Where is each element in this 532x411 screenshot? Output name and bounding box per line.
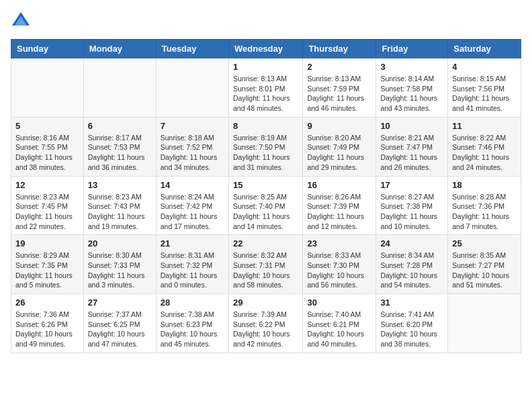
day-number: 4 (452, 62, 517, 72)
day-number: 22 (233, 238, 298, 248)
day-cell: 31Sunrise: 7:41 AM Sunset: 6:20 PM Dayli… (376, 294, 448, 353)
day-cell: 18Sunrise: 8:28 AM Sunset: 7:36 PM Dayli… (448, 176, 521, 235)
day-cell: 9Sunrise: 8:20 AM Sunset: 7:49 PM Daylig… (303, 117, 376, 176)
day-number: 24 (380, 238, 443, 248)
day-number: 28 (161, 298, 224, 308)
day-info: Sunrise: 8:23 AM Sunset: 7:45 PM Dayligh… (15, 192, 79, 232)
weekday-header-sunday: Sunday (11, 40, 84, 58)
day-number: 5 (15, 121, 79, 131)
weekday-header-wednesday: Wednesday (228, 40, 302, 58)
day-info: Sunrise: 7:38 AM Sunset: 6:23 PM Dayligh… (161, 310, 224, 349)
day-info: Sunrise: 7:39 AM Sunset: 6:22 PM Dayligh… (233, 310, 298, 349)
day-cell: 28Sunrise: 7:38 AM Sunset: 6:23 PM Dayli… (156, 294, 228, 353)
day-cell: 26Sunrise: 7:36 AM Sunset: 6:26 PM Dayli… (11, 294, 84, 353)
day-info: Sunrise: 8:16 AM Sunset: 7:55 PM Dayligh… (15, 133, 79, 173)
day-cell: 20Sunrise: 8:30 AM Sunset: 7:33 PM Dayli… (83, 235, 156, 294)
day-cell: 8Sunrise: 8:19 AM Sunset: 7:50 PM Daylig… (228, 117, 302, 176)
week-row-2: 12Sunrise: 8:23 AM Sunset: 7:45 PM Dayli… (11, 176, 521, 235)
day-cell: 2Sunrise: 8:13 AM Sunset: 7:59 PM Daylig… (303, 58, 376, 118)
day-cell: 6Sunrise: 8:17 AM Sunset: 7:53 PM Daylig… (83, 117, 156, 176)
day-info: Sunrise: 8:17 AM Sunset: 7:53 PM Dayligh… (88, 133, 152, 173)
day-cell: 10Sunrise: 8:21 AM Sunset: 7:47 PM Dayli… (376, 117, 448, 176)
day-number: 29 (233, 298, 298, 308)
weekday-header-row: SundayMondayTuesdayWednesdayThursdayFrid… (11, 40, 521, 58)
weekday-header-thursday: Thursday (303, 40, 376, 58)
day-number: 16 (307, 180, 371, 190)
day-cell: 14Sunrise: 8:24 AM Sunset: 7:42 PM Dayli… (156, 176, 228, 235)
day-cell: 19Sunrise: 8:29 AM Sunset: 7:35 PM Dayli… (11, 235, 84, 294)
day-info: Sunrise: 8:32 AM Sunset: 7:31 PM Dayligh… (233, 250, 298, 290)
day-number: 27 (88, 298, 152, 308)
day-cell: 17Sunrise: 8:27 AM Sunset: 7:38 PM Dayli… (376, 176, 448, 235)
day-number: 1 (233, 62, 298, 72)
day-info: Sunrise: 8:21 AM Sunset: 7:47 PM Dayligh… (380, 133, 443, 173)
day-cell: 5Sunrise: 8:16 AM Sunset: 7:55 PM Daylig… (11, 117, 84, 176)
day-info: Sunrise: 8:18 AM Sunset: 7:52 PM Dayligh… (161, 133, 224, 173)
day-cell: 4Sunrise: 8:15 AM Sunset: 7:56 PM Daylig… (448, 58, 521, 118)
day-info: Sunrise: 8:13 AM Sunset: 7:59 PM Dayligh… (307, 74, 371, 113)
day-cell: 3Sunrise: 8:14 AM Sunset: 7:58 PM Daylig… (376, 58, 448, 118)
day-info: Sunrise: 7:37 AM Sunset: 6:25 PM Dayligh… (88, 310, 152, 349)
logo-icon (11, 11, 31, 31)
day-number: 20 (88, 238, 152, 248)
day-info: Sunrise: 8:35 AM Sunset: 7:27 PM Dayligh… (452, 250, 517, 290)
day-number: 10 (380, 121, 443, 131)
day-info: Sunrise: 8:27 AM Sunset: 7:38 PM Dayligh… (380, 192, 443, 232)
day-cell: 29Sunrise: 7:39 AM Sunset: 6:22 PM Dayli… (228, 294, 302, 353)
week-row-4: 26Sunrise: 7:36 AM Sunset: 6:26 PM Dayli… (11, 294, 521, 353)
day-number: 21 (161, 238, 224, 248)
day-cell: 12Sunrise: 8:23 AM Sunset: 7:45 PM Dayli… (11, 176, 84, 235)
day-info: Sunrise: 7:41 AM Sunset: 6:20 PM Dayligh… (380, 310, 443, 349)
day-number: 23 (307, 238, 371, 248)
day-info: Sunrise: 8:24 AM Sunset: 7:42 PM Dayligh… (161, 192, 224, 232)
day-number: 6 (88, 121, 152, 131)
day-cell (448, 294, 521, 353)
day-cell: 27Sunrise: 7:37 AM Sunset: 6:25 PM Dayli… (83, 294, 156, 353)
weekday-header-friday: Friday (376, 40, 448, 58)
day-number: 13 (88, 180, 152, 190)
day-info: Sunrise: 8:26 AM Sunset: 7:39 PM Dayligh… (307, 192, 371, 232)
day-number: 30 (307, 298, 371, 308)
day-number: 12 (15, 180, 79, 190)
day-number: 25 (452, 238, 517, 248)
calendar: SundayMondayTuesdayWednesdayThursdayFrid… (11, 39, 521, 353)
day-number: 7 (161, 121, 224, 131)
day-info: Sunrise: 8:30 AM Sunset: 7:33 PM Dayligh… (88, 250, 152, 290)
day-cell: 21Sunrise: 8:31 AM Sunset: 7:32 PM Dayli… (156, 235, 228, 294)
day-cell: 15Sunrise: 8:25 AM Sunset: 7:40 PM Dayli… (228, 176, 302, 235)
day-number: 19 (15, 238, 79, 248)
day-cell: 7Sunrise: 8:18 AM Sunset: 7:52 PM Daylig… (156, 117, 228, 176)
day-cell: 22Sunrise: 8:32 AM Sunset: 7:31 PM Dayli… (228, 235, 302, 294)
day-info: Sunrise: 8:23 AM Sunset: 7:43 PM Dayligh… (88, 192, 152, 232)
week-row-3: 19Sunrise: 8:29 AM Sunset: 7:35 PM Dayli… (11, 235, 521, 294)
page-header (11, 11, 521, 31)
weekday-header-tuesday: Tuesday (156, 40, 228, 58)
day-info: Sunrise: 8:14 AM Sunset: 7:58 PM Dayligh… (380, 74, 443, 113)
day-number: 2 (307, 62, 371, 72)
weekday-header-saturday: Saturday (448, 40, 521, 58)
day-cell: 1Sunrise: 8:13 AM Sunset: 8:01 PM Daylig… (228, 58, 302, 118)
day-info: Sunrise: 8:28 AM Sunset: 7:36 PM Dayligh… (452, 192, 517, 232)
day-info: Sunrise: 7:40 AM Sunset: 6:21 PM Dayligh… (307, 310, 371, 349)
day-number: 11 (452, 121, 517, 131)
day-number: 14 (161, 180, 224, 190)
day-number: 31 (380, 298, 443, 308)
day-cell: 25Sunrise: 8:35 AM Sunset: 7:27 PM Dayli… (448, 235, 521, 294)
day-cell: 16Sunrise: 8:26 AM Sunset: 7:39 PM Dayli… (303, 176, 376, 235)
day-info: Sunrise: 8:31 AM Sunset: 7:32 PM Dayligh… (161, 250, 224, 290)
day-number: 18 (452, 180, 517, 190)
day-info: Sunrise: 8:22 AM Sunset: 7:46 PM Dayligh… (452, 133, 517, 173)
week-row-1: 5Sunrise: 8:16 AM Sunset: 7:55 PM Daylig… (11, 117, 521, 176)
day-info: Sunrise: 8:25 AM Sunset: 7:40 PM Dayligh… (233, 192, 298, 232)
day-cell: 23Sunrise: 8:33 AM Sunset: 7:30 PM Dayli… (303, 235, 376, 294)
day-info: Sunrise: 8:34 AM Sunset: 7:28 PM Dayligh… (380, 250, 443, 290)
week-row-0: 1Sunrise: 8:13 AM Sunset: 8:01 PM Daylig… (11, 58, 521, 118)
day-number: 26 (15, 298, 79, 308)
day-cell: 30Sunrise: 7:40 AM Sunset: 6:21 PM Dayli… (303, 294, 376, 353)
day-info: Sunrise: 7:36 AM Sunset: 6:26 PM Dayligh… (15, 310, 79, 349)
weekday-header-monday: Monday (83, 40, 156, 58)
day-number: 9 (307, 121, 371, 131)
day-info: Sunrise: 8:15 AM Sunset: 7:56 PM Dayligh… (452, 74, 517, 113)
day-number: 8 (233, 121, 298, 131)
day-info: Sunrise: 8:20 AM Sunset: 7:49 PM Dayligh… (307, 133, 371, 173)
